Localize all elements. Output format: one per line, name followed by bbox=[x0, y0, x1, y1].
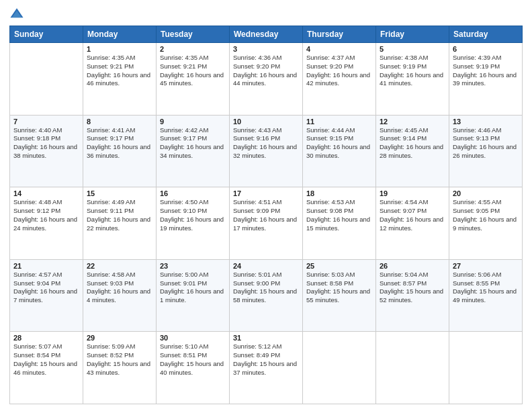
day-number: 14 bbox=[13, 189, 79, 197]
day-cell: 23Sunrise: 5:00 AM Sunset: 9:01 PM Dayli… bbox=[157, 259, 230, 332]
day-cell: 16Sunrise: 4:50 AM Sunset: 9:10 PM Dayli… bbox=[157, 187, 230, 260]
day-cell: 12Sunrise: 4:45 AM Sunset: 9:14 PM Dayli… bbox=[376, 115, 449, 187]
day-cell: 9Sunrise: 4:42 AM Sunset: 9:17 PM Daylig… bbox=[157, 115, 230, 187]
day-cell: 10Sunrise: 4:43 AM Sunset: 9:16 PM Dayli… bbox=[230, 115, 303, 187]
col-tuesday: Tuesday bbox=[157, 26, 230, 43]
day-number: 26 bbox=[380, 262, 445, 270]
day-number: 2 bbox=[160, 45, 226, 53]
calendar-table: Sunday Monday Tuesday Wednesday Thursday… bbox=[9, 26, 523, 404]
col-saturday: Saturday bbox=[449, 26, 523, 43]
day-info: Sunrise: 4:39 AM Sunset: 9:19 PM Dayligh… bbox=[453, 54, 519, 88]
day-info: Sunrise: 5:00 AM Sunset: 9:01 PM Dayligh… bbox=[160, 271, 226, 305]
day-cell: 19Sunrise: 4:54 AM Sunset: 9:07 PM Dayli… bbox=[376, 187, 449, 260]
day-cell bbox=[303, 332, 376, 404]
day-number: 31 bbox=[233, 334, 299, 342]
day-cell: 15Sunrise: 4:49 AM Sunset: 9:11 PM Dayli… bbox=[83, 187, 157, 260]
day-number: 27 bbox=[453, 262, 519, 270]
day-number: 25 bbox=[306, 262, 372, 270]
day-number: 17 bbox=[233, 189, 299, 197]
day-number: 5 bbox=[380, 45, 445, 53]
day-cell: 30Sunrise: 5:10 AM Sunset: 8:51 PM Dayli… bbox=[157, 332, 230, 404]
day-number: 1 bbox=[87, 45, 152, 53]
day-cell: 22Sunrise: 4:58 AM Sunset: 9:03 PM Dayli… bbox=[83, 259, 157, 332]
day-number: 20 bbox=[453, 189, 519, 197]
col-friday: Friday bbox=[376, 26, 449, 43]
day-number: 29 bbox=[87, 334, 152, 342]
day-cell: 20Sunrise: 4:55 AM Sunset: 9:05 PM Dayli… bbox=[449, 187, 523, 260]
day-cell: 18Sunrise: 4:53 AM Sunset: 9:08 PM Dayli… bbox=[303, 187, 376, 260]
day-info: Sunrise: 5:10 AM Sunset: 8:51 PM Dayligh… bbox=[160, 342, 226, 377]
day-info: Sunrise: 5:07 AM Sunset: 8:54 PM Dayligh… bbox=[13, 342, 79, 377]
day-info: Sunrise: 4:42 AM Sunset: 9:17 PM Dayligh… bbox=[160, 126, 226, 161]
header bbox=[9, 7, 523, 21]
day-info: Sunrise: 4:36 AM Sunset: 9:20 PM Dayligh… bbox=[233, 54, 299, 88]
day-info: Sunrise: 4:49 AM Sunset: 9:11 PM Dayligh… bbox=[87, 198, 152, 232]
day-info: Sunrise: 5:03 AM Sunset: 8:58 PM Dayligh… bbox=[306, 271, 372, 305]
col-thursday: Thursday bbox=[303, 26, 376, 43]
day-info: Sunrise: 4:57 AM Sunset: 9:04 PM Dayligh… bbox=[13, 271, 79, 305]
col-monday: Monday bbox=[83, 26, 157, 43]
day-cell bbox=[376, 332, 449, 404]
day-number: 6 bbox=[453, 45, 519, 53]
day-cell: 31Sunrise: 5:12 AM Sunset: 8:49 PM Dayli… bbox=[230, 332, 303, 404]
day-info: Sunrise: 4:53 AM Sunset: 9:08 PM Dayligh… bbox=[306, 198, 372, 232]
day-cell: 26Sunrise: 5:04 AM Sunset: 8:57 PM Dayli… bbox=[376, 259, 449, 332]
day-info: Sunrise: 4:35 AM Sunset: 9:21 PM Dayligh… bbox=[160, 54, 226, 88]
day-info: Sunrise: 4:48 AM Sunset: 9:12 PM Dayligh… bbox=[13, 198, 79, 232]
col-wednesday: Wednesday bbox=[230, 26, 303, 43]
day-cell: 29Sunrise: 5:09 AM Sunset: 8:52 PM Dayli… bbox=[83, 332, 157, 404]
day-cell: 5Sunrise: 4:38 AM Sunset: 9:19 PM Daylig… bbox=[376, 43, 449, 116]
day-cell: 28Sunrise: 5:07 AM Sunset: 8:54 PM Dayli… bbox=[10, 332, 83, 404]
day-info: Sunrise: 4:41 AM Sunset: 9:17 PM Dayligh… bbox=[87, 126, 152, 161]
day-cell: 14Sunrise: 4:48 AM Sunset: 9:12 PM Dayli… bbox=[10, 187, 83, 260]
day-number: 23 bbox=[160, 262, 226, 270]
day-cell: 17Sunrise: 4:51 AM Sunset: 9:09 PM Dayli… bbox=[230, 187, 303, 260]
day-cell bbox=[449, 332, 523, 404]
day-number: 13 bbox=[453, 118, 519, 126]
day-cell: 1Sunrise: 4:35 AM Sunset: 9:21 PM Daylig… bbox=[83, 43, 157, 116]
week-row-4: 21Sunrise: 4:57 AM Sunset: 9:04 PM Dayli… bbox=[10, 259, 523, 332]
day-info: Sunrise: 4:38 AM Sunset: 9:19 PM Dayligh… bbox=[380, 54, 445, 88]
day-cell: 24Sunrise: 5:01 AM Sunset: 9:00 PM Dayli… bbox=[230, 259, 303, 332]
logo bbox=[9, 7, 27, 21]
day-number: 8 bbox=[87, 118, 152, 126]
day-cell: 2Sunrise: 4:35 AM Sunset: 9:21 PM Daylig… bbox=[157, 43, 230, 116]
day-info: Sunrise: 5:09 AM Sunset: 8:52 PM Dayligh… bbox=[87, 342, 152, 377]
week-row-5: 28Sunrise: 5:07 AM Sunset: 8:54 PM Dayli… bbox=[10, 332, 523, 404]
day-info: Sunrise: 4:58 AM Sunset: 9:03 PM Dayligh… bbox=[87, 271, 152, 305]
day-number: 10 bbox=[233, 118, 299, 126]
day-number: 7 bbox=[13, 118, 79, 126]
day-cell bbox=[10, 43, 83, 116]
day-info: Sunrise: 4:37 AM Sunset: 9:20 PM Dayligh… bbox=[306, 54, 372, 88]
day-info: Sunrise: 4:40 AM Sunset: 9:18 PM Dayligh… bbox=[13, 126, 79, 161]
day-cell: 3Sunrise: 4:36 AM Sunset: 9:20 PM Daylig… bbox=[230, 43, 303, 116]
header-row: Sunday Monday Tuesday Wednesday Thursday… bbox=[10, 26, 523, 43]
day-cell: 6Sunrise: 4:39 AM Sunset: 9:19 PM Daylig… bbox=[449, 43, 523, 116]
day-number: 28 bbox=[13, 334, 79, 342]
day-info: Sunrise: 4:54 AM Sunset: 9:07 PM Dayligh… bbox=[380, 198, 445, 232]
day-info: Sunrise: 4:35 AM Sunset: 9:21 PM Dayligh… bbox=[87, 54, 152, 88]
day-info: Sunrise: 5:12 AM Sunset: 8:49 PM Dayligh… bbox=[233, 342, 299, 377]
day-number: 24 bbox=[233, 262, 299, 270]
day-cell: 4Sunrise: 4:37 AM Sunset: 9:20 PM Daylig… bbox=[303, 43, 376, 116]
day-number: 11 bbox=[306, 118, 372, 126]
logo-icon bbox=[9, 7, 24, 21]
day-number: 21 bbox=[13, 262, 79, 270]
day-cell: 7Sunrise: 4:40 AM Sunset: 9:18 PM Daylig… bbox=[10, 115, 83, 187]
week-row-3: 14Sunrise: 4:48 AM Sunset: 9:12 PM Dayli… bbox=[10, 187, 523, 260]
day-number: 9 bbox=[160, 118, 226, 126]
day-info: Sunrise: 4:46 AM Sunset: 9:13 PM Dayligh… bbox=[453, 126, 519, 161]
day-number: 3 bbox=[233, 45, 299, 53]
day-cell: 21Sunrise: 4:57 AM Sunset: 9:04 PM Dayli… bbox=[10, 259, 83, 332]
day-cell: 11Sunrise: 4:44 AM Sunset: 9:15 PM Dayli… bbox=[303, 115, 376, 187]
day-cell: 25Sunrise: 5:03 AM Sunset: 8:58 PM Dayli… bbox=[303, 259, 376, 332]
day-info: Sunrise: 4:43 AM Sunset: 9:16 PM Dayligh… bbox=[233, 126, 299, 161]
day-number: 22 bbox=[87, 262, 152, 270]
day-number: 15 bbox=[87, 189, 152, 197]
day-number: 18 bbox=[306, 189, 372, 197]
week-row-2: 7Sunrise: 4:40 AM Sunset: 9:18 PM Daylig… bbox=[10, 115, 523, 187]
day-number: 30 bbox=[160, 334, 226, 342]
day-info: Sunrise: 5:04 AM Sunset: 8:57 PM Dayligh… bbox=[380, 271, 445, 305]
day-info: Sunrise: 5:01 AM Sunset: 9:00 PM Dayligh… bbox=[233, 271, 299, 305]
day-cell: 13Sunrise: 4:46 AM Sunset: 9:13 PM Dayli… bbox=[449, 115, 523, 187]
